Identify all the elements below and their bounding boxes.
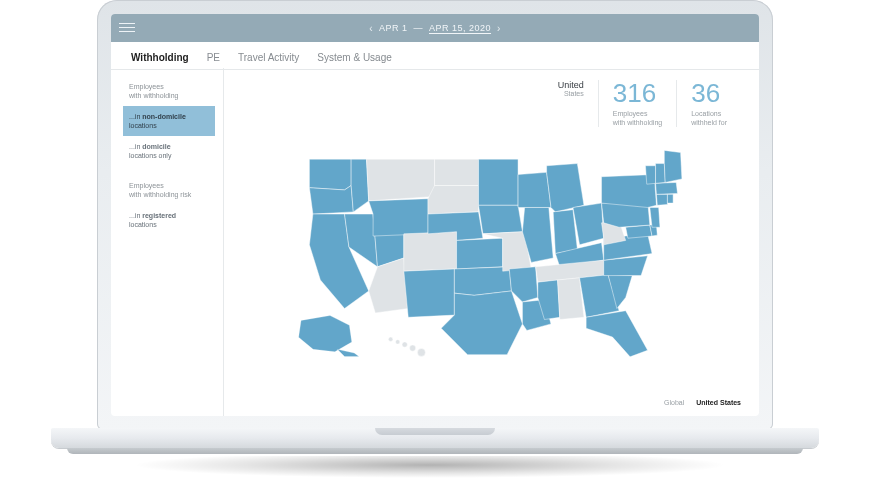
sidebar-item-non-domicile[interactable]: ...in non-domicile locations [123,106,215,136]
svg-marker-42 [656,194,667,205]
sidebar-group-title: Employees with withholding risk [129,181,223,199]
chevron-right-icon[interactable]: › [497,23,501,34]
region-line2: States [558,90,584,97]
laptop-base [51,428,819,448]
metric-region: United States [544,80,598,127]
chevron-left-icon[interactable]: ‹ [369,23,373,34]
svg-marker-49 [337,350,359,357]
metric-employees-value: 316 [613,80,662,106]
svg-marker-44 [656,183,678,195]
tab-pe[interactable]: PE [207,52,220,69]
svg-marker-43 [667,194,673,203]
sidebar-group-title: Employees with withholding [129,82,223,100]
svg-marker-18 [479,205,523,234]
svg-point-54 [417,349,425,357]
content: Employees with withholding ...in non-dom… [111,68,759,416]
date-range-picker[interactable]: ‹ APR 1 — APR 15, 2020 › [369,23,501,34]
svg-marker-12 [428,186,479,215]
svg-marker-37 [626,225,652,238]
app-screen: ‹ APR 1 — APR 15, 2020 › Withholding PE … [111,14,759,416]
svg-marker-17 [479,159,519,205]
laptop-base-edge [67,448,803,454]
svg-marker-25 [553,210,577,254]
metric-locations-label: Locations withheld for [691,109,727,127]
tab-system-usage[interactable]: System & Usage [317,52,391,69]
svg-point-53 [410,345,416,351]
metric-locations: 36 Locations withheld for [676,80,741,127]
svg-marker-24 [547,164,584,212]
svg-marker-7 [367,159,435,201]
sidebar-group-withholding: Employees with withholding ...in non-dom… [129,82,223,167]
svg-marker-22 [518,173,551,208]
date-range-start: APR 1 [379,23,408,33]
sidebar: Employees with withholding ...in non-dom… [111,68,223,416]
view-toggle: Global United States [664,399,741,406]
tab-travel-activity[interactable]: Travel Activity [238,52,299,69]
metric-employees: 316 Employees with withholding [598,80,676,127]
metric-locations-value: 36 [691,80,727,106]
tabs: Withholding PE Travel Activity System & … [111,42,759,69]
svg-marker-26 [573,203,604,245]
us-map[interactable] [238,135,741,381]
svg-marker-46 [656,164,666,184]
svg-marker-47 [664,151,682,183]
svg-marker-32 [586,311,648,357]
svg-marker-40 [650,208,660,228]
svg-point-52 [402,342,407,347]
metric-employees-label: Employees with withholding [613,109,662,127]
svg-marker-1 [309,186,353,215]
svg-point-51 [395,340,399,344]
svg-marker-0 [309,159,351,190]
main-panel: United States 316 Employees with withhol… [223,68,759,416]
svg-marker-8 [369,199,428,236]
svg-marker-30 [558,278,584,320]
svg-marker-14 [457,238,503,269]
topbar: ‹ APR 1 — APR 15, 2020 › [111,14,759,42]
laptop-bezel: ‹ APR 1 — APR 15, 2020 › Withholding PE … [97,0,773,430]
svg-marker-45 [645,166,655,184]
sidebar-group-risk: Employees with withholding risk ...in re… [129,181,223,235]
svg-marker-10 [404,269,455,317]
view-united-states[interactable]: United States [696,399,741,406]
svg-marker-6 [369,258,409,313]
sidebar-item-domicile-only[interactable]: ...in domicile locations only [123,136,215,166]
tab-withholding[interactable]: Withholding [131,52,189,69]
svg-marker-9 [404,232,457,272]
svg-marker-3 [351,159,369,212]
metrics: United States 316 Employees with withhol… [238,80,741,127]
svg-marker-48 [299,316,352,352]
laptop-mockup: ‹ APR 1 — APR 15, 2020 › Withholding PE … [97,0,773,480]
sidebar-item-registered[interactable]: ...in registered locations [123,205,215,235]
date-range-end: APR 15, 2020 [429,23,491,33]
laptop-notch [375,428,495,435]
region-line1: United [558,80,584,90]
view-global[interactable]: Global [664,399,684,406]
svg-point-50 [388,337,392,341]
svg-marker-11 [435,159,479,185]
menu-icon[interactable] [119,20,135,36]
